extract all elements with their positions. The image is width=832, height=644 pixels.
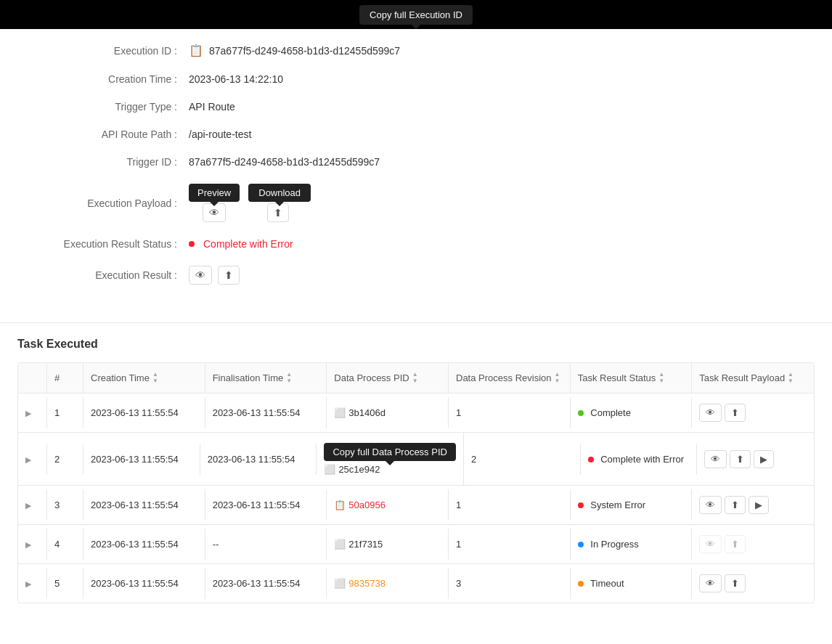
preview-tooltip-text: Preview bbox=[197, 187, 231, 198]
td-expand-5[interactable]: ▶ bbox=[18, 568, 47, 599]
td-number-5: 5 bbox=[47, 568, 83, 599]
api-route-path-text: /api-route-test bbox=[189, 129, 251, 140]
expand-icon-4[interactable]: ▶ bbox=[25, 540, 31, 549]
trigger-id-label: Trigger ID : bbox=[44, 156, 189, 168]
download-btn-2[interactable]: ⬆ bbox=[730, 450, 751, 468]
execution-result-value: 👁 ⬆ bbox=[189, 266, 240, 285]
pid-text-2: 25c1e942 bbox=[338, 464, 380, 475]
execution-id-row: Execution ID : 📋 87a677f5-d249-4658-b1d3… bbox=[44, 44, 788, 57]
td-payload-3: 👁 ⬆ ▶ bbox=[692, 486, 814, 524]
td-revision-2: 2 bbox=[464, 444, 581, 475]
th-expand bbox=[18, 363, 47, 393]
status-text-5: Timeout bbox=[590, 578, 624, 589]
download-tooltip-text: Download bbox=[258, 187, 301, 198]
pid-copy-icon-1[interactable]: ⬜ bbox=[334, 407, 346, 418]
action-btns-4: 👁 ⬆ bbox=[699, 535, 807, 553]
table-row: ▶ 2 2023-06-13 11:55:54 2023-06-13 11:55… bbox=[18, 433, 814, 486]
status-dot-2 bbox=[588, 457, 594, 462]
td-creation-time-4: 2023-06-13 11:55:54 bbox=[83, 529, 205, 560]
td-expand-3[interactable]: ▶ bbox=[18, 489, 47, 521]
td-number-2: 2 bbox=[47, 444, 83, 475]
pid-text-5: 9835738 bbox=[348, 578, 386, 589]
execution-payload-row: Execution Payload : Preview 👁 Download ⬆ bbox=[44, 184, 788, 222]
td-finalisation-time-2: 2023-06-13 11:55:54 bbox=[200, 444, 317, 475]
status-text-3: System Error bbox=[590, 500, 645, 510]
trigger-type-value: API Route bbox=[189, 101, 235, 113]
action-btns-5: 👁 ⬆ bbox=[699, 574, 807, 592]
status-dot-4 bbox=[578, 542, 584, 547]
expand-icon-5[interactable]: ▶ bbox=[25, 579, 31, 588]
execution-id-text: 87a677f5-d249-4658-b1d3-d12455d599c7 bbox=[209, 45, 400, 57]
creation-time-text: 2023-06-13 14:22:10 bbox=[189, 73, 283, 85]
td-expand-1[interactable]: ▶ bbox=[18, 397, 47, 428]
th-creation-time[interactable]: Creation Time ▲▼ bbox=[83, 363, 205, 393]
view-btn-4: 👁 bbox=[699, 535, 722, 553]
pid-text-3: 50a0956 bbox=[348, 500, 386, 510]
execution-result-status-row: Execution Result Status : Complete with … bbox=[44, 238, 788, 250]
top-bar: Copy full Execution ID bbox=[0, 0, 832, 29]
td-pid-2: Copy full Data Process PID ⬜ 25c1e942 bbox=[317, 433, 464, 485]
action-btns-2: 👁 ⬆ ▶ bbox=[704, 450, 807, 468]
execution-result-label: Execution Result : bbox=[44, 269, 189, 281]
pid-copy-icon-4[interactable]: ⬜ bbox=[334, 539, 346, 550]
th-number: # bbox=[47, 363, 83, 393]
td-expand-4[interactable]: ▶ bbox=[18, 529, 47, 560]
pid-copy-icon-2[interactable]: ⬜ bbox=[324, 464, 335, 475]
expand-icon-3[interactable]: ▶ bbox=[25, 501, 31, 510]
td-revision-1: 1 bbox=[449, 397, 571, 428]
pid-text-1: 3b1406d bbox=[348, 407, 386, 418]
td-number-3: 3 bbox=[47, 489, 83, 521]
download-btn-4: ⬆ bbox=[725, 535, 746, 553]
task-executed-section: Task Executed # Creation Time ▲▼ Finalis… bbox=[0, 323, 832, 603]
trigger-id-text: 87a677f5-d249-4658-b1d3-d12455d599c7 bbox=[189, 156, 380, 168]
api-route-path-value: /api-route-test bbox=[189, 129, 251, 140]
view-btn-3[interactable]: 👁 bbox=[699, 496, 722, 514]
trigger-type-row: Trigger Type : API Route bbox=[44, 101, 788, 113]
execution-result-download-btn[interactable]: ⬆ bbox=[218, 266, 240, 285]
replay-btn-3[interactable]: ▶ bbox=[749, 496, 769, 514]
view-btn-1[interactable]: 👁 bbox=[699, 404, 722, 422]
execution-result-status-text: Complete with Error bbox=[203, 238, 293, 250]
expand-icon-1[interactable]: ▶ bbox=[25, 409, 31, 417]
td-pid-1: ⬜ 3b1406d bbox=[327, 397, 449, 428]
pid-copy-icon-3[interactable]: 📋 bbox=[334, 500, 346, 510]
sort-finalisation-time-icon: ▲▼ bbox=[286, 372, 292, 384]
td-number-4: 4 bbox=[47, 529, 83, 560]
th-task-result-payload[interactable]: Task Result Payload ▲▼ bbox=[692, 363, 814, 393]
view-btn-2[interactable]: 👁 bbox=[704, 450, 727, 468]
creation-time-row: Creation Time : 2023-06-13 14:22:10 bbox=[44, 73, 788, 85]
status-dot-5 bbox=[578, 581, 584, 587]
action-btns-3: 👁 ⬆ ▶ bbox=[699, 496, 807, 514]
td-pid-3: 📋 50a0956 bbox=[327, 489, 449, 521]
td-status-2: Complete with Error bbox=[581, 444, 698, 475]
td-finalisation-time-1: 2023-06-13 11:55:54 bbox=[205, 397, 327, 428]
execution-id-copy-icon[interactable]: 📋 bbox=[189, 44, 203, 57]
execution-result-status-value: Complete with Error bbox=[189, 238, 293, 250]
th-task-result-status[interactable]: Task Result Status ▲▼ bbox=[571, 363, 693, 393]
status-text-1: Complete bbox=[590, 407, 631, 418]
trigger-id-value: 87a677f5-d249-4658-b1d3-d12455d599c7 bbox=[189, 156, 380, 168]
expand-icon-2[interactable]: ▶ bbox=[25, 455, 31, 464]
th-data-process-pid[interactable]: Data Process PID ▲▼ bbox=[327, 363, 449, 393]
td-number-1: 1 bbox=[47, 397, 83, 428]
td-expand-2[interactable]: ▶ bbox=[18, 444, 47, 475]
th-finalisation-time[interactable]: Finalisation Time ▲▼ bbox=[205, 363, 327, 393]
replay-btn-2[interactable]: ▶ bbox=[754, 450, 774, 468]
pid-copy-icon-5[interactable]: ⬜ bbox=[334, 578, 346, 589]
download-btn-1[interactable]: ⬆ bbox=[725, 404, 746, 422]
execution-result-row: Execution Result : 👁 ⬆ bbox=[44, 266, 788, 285]
td-payload-4: 👁 ⬆ bbox=[692, 525, 814, 563]
table-row: ▶ 1 2023-06-13 11:55:54 2023-06-13 11:55… bbox=[18, 394, 814, 433]
download-btn-3[interactable]: ⬆ bbox=[725, 496, 746, 514]
copy-execution-id-tooltip: Copy full Execution ID bbox=[359, 5, 473, 25]
api-route-path-row: API Route Path : /api-route-test bbox=[44, 129, 788, 140]
td-creation-time-1: 2023-06-13 11:55:54 bbox=[83, 397, 205, 428]
status-text-4: In Progress bbox=[590, 539, 638, 550]
view-btn-5[interactable]: 👁 bbox=[699, 574, 722, 592]
execution-result-preview-btn[interactable]: 👁 bbox=[189, 266, 212, 285]
copy-execution-id-tooltip-text: Copy full Execution ID bbox=[370, 9, 462, 20]
td-revision-5: 3 bbox=[449, 568, 571, 599]
download-btn-5[interactable]: ⬆ bbox=[725, 574, 746, 592]
trigger-id-row: Trigger ID : 87a677f5-d249-4658-b1d3-d12… bbox=[44, 156, 788, 168]
th-data-process-revision[interactable]: Data Process Revision ▲▼ bbox=[449, 363, 571, 393]
